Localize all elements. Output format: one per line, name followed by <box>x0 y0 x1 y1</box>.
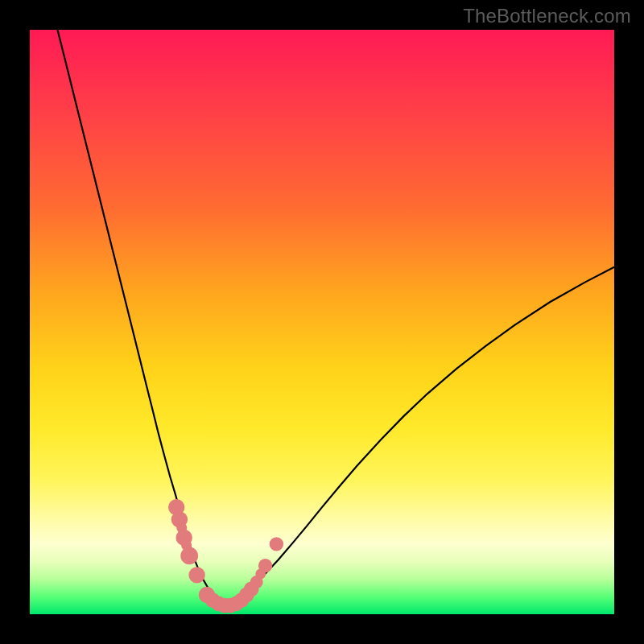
data-marker <box>258 559 272 572</box>
left-branch-curve <box>53 30 223 605</box>
data-marker <box>188 567 204 583</box>
chart-svg <box>30 30 614 614</box>
plot-area <box>30 30 614 614</box>
chart-frame: TheBottleneck.com <box>0 0 644 644</box>
marker-cluster <box>168 499 283 613</box>
data-marker <box>180 547 198 565</box>
right-branch-curve <box>223 267 614 605</box>
watermark-text: TheBottleneck.com <box>463 5 631 27</box>
data-marker <box>270 537 283 551</box>
